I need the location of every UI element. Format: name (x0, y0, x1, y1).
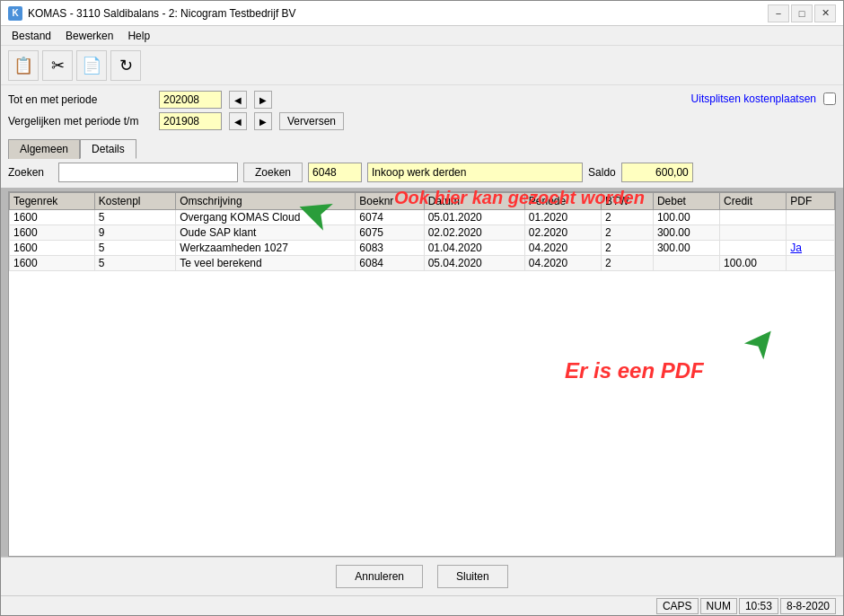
cell-omschrijving: Oude SAP klant (176, 225, 356, 241)
cell-btw: 2 (601, 241, 653, 256)
upper-section: Tot en met periode ◀ ▶ Vergelijken met p… (8, 91, 836, 188)
app-icon: K (8, 6, 22, 21)
cell-debet: 100.00 (653, 210, 719, 225)
cell-omschrijving: Werkzaamheden 1027 (176, 241, 356, 256)
vergelijk-prev-btn[interactable]: ◀ (229, 112, 247, 130)
cell-pdf (787, 256, 835, 271)
table-container[interactable]: Tegenrek Kostenpl Omschrijving Boeknr Da… (8, 191, 836, 557)
vergelijk-next-btn[interactable]: ▶ (254, 112, 272, 130)
cell-btw: 2 (601, 210, 653, 225)
col-kostenpl: Kostenpl (94, 193, 175, 210)
cut-button[interactable]: ✂ (42, 50, 73, 81)
content-area: Tot en met periode ◀ ▶ Vergelijken met p… (1, 85, 843, 557)
vergelijk-label: Vergelijken met periode t/m (8, 115, 152, 128)
refresh-button[interactable]: ↻ (110, 50, 141, 81)
main-window: K KOMAS - 3110 Saldibalans - 2: Nicogram… (0, 0, 844, 616)
tot-input[interactable] (159, 91, 222, 109)
col-tegenrek: Tegenrek (10, 193, 95, 210)
saldo-input[interactable] (621, 163, 693, 182)
col-debet: Debet (653, 193, 719, 210)
cell-pdf (787, 225, 835, 241)
cell-periode: 01.2020 (524, 210, 601, 225)
cell-periode: 02.2020 (524, 225, 601, 241)
cell-pdf (787, 210, 835, 225)
cell-datum: 05.01.2020 (424, 210, 524, 225)
tab-algemeen[interactable]: Algemeen (8, 139, 80, 159)
status-bar: CAPS NUM 10:53 8-8-2020 (1, 595, 843, 615)
search-label: Zoeken (8, 166, 53, 179)
period-block: Tot en met periode ◀ ▶ Vergelijken met p… (8, 91, 691, 134)
main-area: Tegenrek Kostenpl Omschrijving Boeknr Da… (8, 188, 836, 557)
cell-omschrijving: Te veel berekend (176, 256, 356, 271)
copy-button[interactable]: 📋 (8, 50, 39, 81)
cell-periode: 04.2020 (524, 256, 601, 271)
col-periode: Periode (524, 193, 601, 210)
result-code-input[interactable] (308, 163, 362, 182)
menu-bestand[interactable]: Bestand (4, 28, 58, 44)
caps-indicator: CAPS (656, 598, 699, 614)
col-omschrijving: Omschrijving (176, 193, 356, 210)
menu-help[interactable]: Help (120, 28, 157, 44)
cell-debet (653, 256, 719, 271)
tabs-row: Algemeen Details (8, 139, 836, 159)
saldo-label: Saldo (588, 166, 616, 179)
window-title: KOMAS - 3110 Saldibalans - 2: Nicogram T… (28, 7, 296, 20)
time-indicator: 10:53 (739, 598, 778, 614)
toolbar: 📋 ✂ 📄 ↻ (1, 46, 843, 85)
tot-label: Tot en met periode (8, 93, 152, 106)
window-controls: − □ ✕ (768, 4, 836, 22)
cell-credit (720, 225, 787, 241)
paste-button[interactable]: 📄 (76, 50, 107, 81)
cell-periode: 04.2020 (524, 241, 601, 256)
gray-table-area: Tegenrek Kostenpl Omschrijving Boeknr Da… (1, 188, 843, 557)
cell-datum: 01.04.2020 (424, 241, 524, 256)
sluiten-btn[interactable]: Sluiten (437, 565, 508, 588)
search-input[interactable] (58, 163, 238, 182)
menu-bewerken[interactable]: Bewerken (58, 28, 120, 44)
table-row[interactable]: 1600 9 Oude SAP klant 6075 02.02.2020 02… (10, 225, 835, 241)
maximize-button[interactable]: □ (791, 4, 813, 22)
bottom-bar: Annuleren Sluiten (1, 557, 843, 595)
menu-bar: Bestand Bewerken Help (1, 26, 843, 46)
uitsplitsen-label: Uitsplitsen kostenplaatsen (691, 92, 816, 105)
cell-pdf[interactable]: Ja (787, 241, 835, 256)
col-boeknr: Boeknr (356, 193, 424, 210)
minimize-button[interactable]: − (768, 4, 789, 22)
cell-kostenpl: 5 (94, 210, 175, 225)
uitsplitsen-checkbox[interactable] (823, 92, 836, 105)
cell-tegenrek: 1600 (10, 256, 95, 271)
col-btw: BTW (601, 193, 653, 210)
annuleren-btn[interactable]: Annuleren (336, 565, 423, 588)
tab-details[interactable]: Details (80, 139, 136, 159)
tot-next-btn[interactable]: ▶ (254, 91, 272, 109)
cell-credit (720, 210, 787, 225)
cell-omschrijving: Overgang KOMAS Cloud (176, 210, 356, 225)
table-row[interactable]: 1600 5 Te veel berekend 6084 05.04.2020 … (10, 256, 835, 271)
col-credit: Credit (720, 193, 787, 210)
table-row[interactable]: 1600 5 Overgang KOMAS Cloud 6074 05.01.2… (10, 210, 835, 225)
search-row: Zoeken Zoeken Saldo (8, 163, 836, 182)
cell-kostenpl: 5 (94, 241, 175, 256)
cell-datum: 02.02.2020 (424, 225, 524, 241)
cell-boeknr: 6083 (356, 241, 424, 256)
cell-tegenrek: 1600 (10, 241, 95, 256)
date-indicator: 8-8-2020 (780, 598, 836, 614)
vergelijk-input[interactable] (159, 112, 222, 130)
ververs-btn[interactable]: Verversen (279, 112, 344, 130)
col-datum: Datum (424, 193, 524, 210)
search-button[interactable]: Zoeken (243, 163, 303, 182)
title-bar: K KOMAS - 3110 Saldibalans - 2: Nicogram… (1, 1, 843, 26)
cell-debet: 300.00 (653, 225, 719, 241)
cell-credit: 100.00 (720, 256, 787, 271)
result-desc-input[interactable] (367, 163, 583, 182)
cell-boeknr: 6074 (356, 210, 424, 225)
table-row[interactable]: 1600 5 Werkzaamheden 1027 6083 01.04.202… (10, 241, 835, 256)
cell-kostenpl: 9 (94, 225, 175, 241)
data-table: Tegenrek Kostenpl Omschrijving Boeknr Da… (9, 192, 835, 271)
cell-tegenrek: 1600 (10, 225, 95, 241)
cell-kostenpl: 5 (94, 256, 175, 271)
tot-prev-btn[interactable]: ◀ (229, 91, 247, 109)
cell-boeknr: 6084 (356, 256, 424, 271)
cell-tegenrek: 1600 (10, 210, 95, 225)
close-button[interactable]: ✕ (814, 4, 836, 22)
